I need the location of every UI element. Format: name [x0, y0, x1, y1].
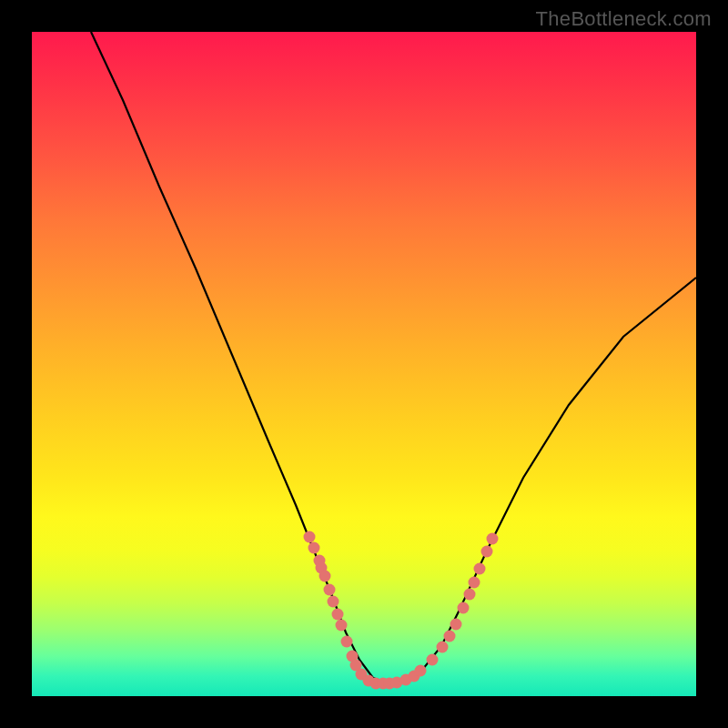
- marker-dot: [324, 584, 336, 596]
- marker-dot: [319, 571, 331, 582]
- marker-dot: [332, 609, 344, 621]
- marker-dot: [304, 531, 316, 543]
- chart-gradient-background: [32, 32, 696, 696]
- marker-dot: [464, 589, 476, 601]
- marker-dot: [427, 654, 439, 666]
- marker-dot: [487, 533, 499, 545]
- marker-dot: [474, 563, 486, 575]
- marker-dot: [341, 636, 353, 648]
- marker-dot: [458, 602, 470, 614]
- marker-dot: [308, 542, 320, 554]
- marker-dot: [444, 631, 456, 642]
- marker-dot: [328, 596, 339, 608]
- marker-dot: [415, 665, 427, 677]
- marker-dot: [336, 620, 348, 632]
- marker-dot: [481, 546, 493, 558]
- marker-dot: [437, 642, 449, 653]
- bottleneck-curve: [32, 32, 696, 696]
- watermark-text: TheBottleneck.com: [536, 7, 712, 31]
- marker-dot: [450, 619, 462, 631]
- marker-dots: [304, 531, 499, 690]
- curve-line: [91, 32, 696, 682]
- marker-dot: [469, 577, 480, 589]
